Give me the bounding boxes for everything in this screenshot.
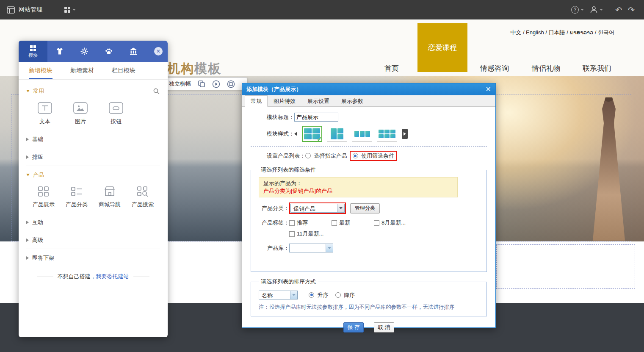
filter-conditions-fieldset: 请选择列表的筛选条件 显示的产品为： 产品分类为[促销产品]的产品 产品分类： … — [251, 166, 487, 272]
add-module-dialog: 添加模块（产品展示） ✕ 常规 图片特效 展示设置 展示参数 模块标题： 模块样… — [242, 83, 496, 328]
panel-footer: 不想自己搭建，我要委托建站 — [26, 273, 160, 280]
module-style-label: 模块样式： — [267, 130, 294, 138]
user-icon — [590, 6, 598, 14]
nav-consult[interactable]: 情感咨询 — [480, 64, 509, 73]
style-option-1-selected[interactable]: ✓ — [302, 126, 322, 142]
tag-newest[interactable]: 最新 — [332, 219, 374, 227]
sort-legend: 请选择列表的排序方式 — [259, 278, 318, 285]
style-option-3[interactable] — [352, 126, 372, 142]
category-select[interactable]: 促销产品 — [290, 204, 345, 213]
help-menu-button[interactable]: ? — [571, 6, 584, 14]
paw-icon — [105, 47, 113, 55]
tag-nov-newest[interactable]: 11月最新... — [289, 230, 323, 238]
checkbox-icon — [374, 220, 379, 226]
section-common[interactable]: 常用 — [26, 82, 160, 100]
product-items: 产品展示 产品分类 — [26, 184, 160, 213]
radio-icon — [305, 153, 311, 158]
module-title-label: 模块标题： — [267, 114, 294, 121]
style-option-4[interactable] — [377, 126, 397, 142]
dialog-buttons: 保 存 取 消 — [251, 322, 487, 333]
module-item-button[interactable]: 按钮 — [98, 102, 134, 125]
dialog-close-icon[interactable]: ✕ — [486, 86, 491, 93]
nav-home[interactable]: 首页 — [384, 64, 399, 73]
panel-tab-theme[interactable] — [47, 41, 72, 62]
summary-line2: 产品分类为[促销产品]的产品 — [263, 187, 453, 195]
prev-styles-icon[interactable] — [294, 132, 297, 136]
product-category-icon — [70, 186, 83, 197]
module-item-product-search[interactable]: 产品搜索 — [126, 186, 159, 208]
product-display-icon — [37, 186, 50, 197]
tab-image-effects[interactable]: 图片特效 — [268, 95, 301, 106]
manage-category-button[interactable]: 管理分类 — [350, 203, 380, 213]
module-title-input[interactable] — [294, 113, 338, 122]
tab-display-params[interactable]: 展示参数 — [335, 95, 369, 106]
radio-sort-asc[interactable]: 升序 — [309, 291, 329, 299]
gear-icon — [80, 47, 88, 55]
radio-checked-icon — [353, 153, 358, 158]
filter-legend: 请选择列表的筛选条件 — [259, 166, 318, 174]
nav-gifts[interactable]: 情侣礼物 — [532, 64, 561, 73]
radio-sort-desc[interactable]: 降序 — [335, 291, 355, 299]
section-deprecated[interactable]: 即将下架 — [26, 249, 160, 267]
section-layout[interactable]: 排版 — [26, 148, 160, 166]
panel-subtabs: 新增模块 新增素材 栏目模块 — [19, 62, 168, 80]
module-item-product-display[interactable]: 产品展示 — [27, 186, 60, 208]
panel-tab-company[interactable] — [121, 41, 146, 62]
section-advanced[interactable]: 高级 — [26, 231, 160, 249]
panel-tab-settings[interactable] — [72, 41, 97, 62]
triangle-right-icon — [26, 155, 29, 159]
gallery-icon[interactable] — [227, 80, 235, 88]
delegate-build-link[interactable]: 我要委托建站 — [96, 273, 129, 280]
triangle-right-icon — [26, 256, 29, 260]
language-switcher[interactable]: 中文 / English / 日本語 / ພາສາລາວ / 한국어 — [510, 29, 614, 36]
product-search-icon — [136, 186, 149, 197]
account-menu-button[interactable] — [590, 6, 603, 14]
modules-grid-icon — [30, 45, 36, 52]
triangle-right-icon — [404, 132, 406, 136]
tab-display-settings[interactable]: 展示设置 — [301, 95, 335, 106]
topbar-title: 网站管理 — [19, 6, 42, 14]
module-item-product-category[interactable]: 产品分类 — [60, 186, 93, 208]
copy-icon[interactable] — [198, 80, 205, 88]
nav-course-active[interactable]: 恋爱课程 — [417, 23, 467, 72]
button-module-icon — [108, 102, 124, 114]
mall-nav-icon — [103, 186, 116, 197]
next-styles-button[interactable] — [402, 129, 408, 139]
module-item-text[interactable]: 文本 — [27, 102, 63, 125]
radio-use-filter[interactable]: 使用筛选条件 — [353, 152, 395, 160]
nav-contact[interactable]: 联系我们 — [583, 64, 611, 73]
shirt-icon — [55, 47, 64, 55]
radio-specified-products[interactable]: 选择指定产品 — [305, 152, 347, 160]
module-item-image[interactable]: 图片 — [63, 102, 98, 125]
panel-tab-pet[interactable] — [97, 41, 121, 62]
save-button[interactable]: 保 存 — [343, 322, 364, 333]
search-icon[interactable] — [153, 88, 160, 95]
dialog-tabs: 常规 图片特效 展示设置 展示参数 — [242, 95, 495, 107]
play-icon[interactable] — [212, 80, 220, 88]
dropdown-arrow-icon — [290, 291, 297, 299]
apps-menu-button[interactable] — [64, 7, 76, 13]
sort-fieldset: 请选择列表的排序方式 名称 升序 降序 注：没选择产品库时无法按参 — [251, 278, 487, 316]
sort-field-select[interactable]: 名称 — [259, 291, 298, 299]
redo-icon[interactable]: ↷ — [628, 6, 635, 14]
tab-column-module[interactable]: 栏目模块 — [112, 62, 135, 79]
product-library-select[interactable] — [289, 244, 333, 252]
panel-tab-modules[interactable]: 模块 — [19, 41, 47, 62]
module-item-mall-nav[interactable]: 商城导航 — [93, 186, 126, 208]
tab-general[interactable]: 常规 — [245, 95, 268, 107]
section-interaction[interactable]: 互动 — [26, 213, 160, 231]
highlight-box-category: 促销产品 — [289, 202, 346, 214]
tab-new-material[interactable]: 新增素材 — [70, 62, 94, 79]
cancel-button[interactable]: 取 消 — [374, 322, 394, 333]
panel-close-icon[interactable]: ✕ — [154, 47, 163, 55]
section-product[interactable]: 产品 — [26, 166, 160, 184]
radio-icon — [335, 292, 341, 298]
tag-aug-newest[interactable]: 8月最新... — [374, 219, 406, 227]
product-list-label: 设置产品列表： — [267, 152, 305, 160]
section-basic[interactable]: 基础 — [26, 130, 160, 148]
undo-icon[interactable]: ↶ — [615, 6, 622, 14]
tag-recommend[interactable]: 推荐 — [289, 219, 332, 227]
checkbox-icon — [332, 220, 337, 226]
style-option-2[interactable] — [327, 126, 347, 142]
tab-new-module[interactable]: 新增模块 — [29, 62, 53, 79]
